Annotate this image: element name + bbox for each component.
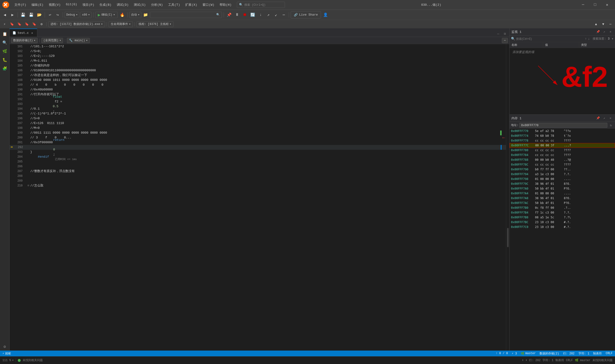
redo-button[interactable]: ↪: [54, 12, 61, 18]
sidebar-icon-3[interactable]: 🌿: [1, 48, 9, 55]
menu-tools[interactable]: 工具(T): [166, 2, 182, 8]
bottom-char-pos[interactable]: 字符: 1: [542, 358, 553, 362]
auto-dropdown[interactable]: 自动 ▾: [129, 12, 141, 18]
back-button[interactable]: ◀: [1, 12, 8, 18]
forward-button[interactable]: ▶: [9, 12, 16, 18]
thread-dropdown[interactable]: 线程: [8376] 主线程 ▾: [137, 21, 173, 27]
menu-help[interactable]: 帮助(H): [217, 2, 234, 8]
tab-close-button[interactable]: ✕: [30, 31, 34, 35]
toolbar-search[interactable]: 🔍: [150, 12, 222, 18]
depth-dropdown-icon[interactable]: ▾: [612, 37, 614, 41]
debug-tb-btn4[interactable]: 🔖: [24, 21, 30, 27]
toolbar-search-input[interactable]: [152, 13, 216, 16]
debug-tb-btn5[interactable]: 🔖: [31, 21, 38, 27]
watch-pin-button[interactable]: 📌: [595, 29, 601, 35]
menu-test[interactable]: 测试(S): [131, 2, 148, 8]
step-over-button[interactable]: ↓: [257, 12, 264, 18]
status-process[interactable]: 数据的存储(2): [540, 351, 559, 356]
editor-scrollbar[interactable]: [506, 44, 509, 351]
watch-search-input[interactable]: [516, 37, 584, 40]
undo-button[interactable]: ↩: [47, 12, 53, 18]
function-scope-dropdown[interactable]: 数据的存储(2) ▾: [11, 38, 38, 43]
watch-float-button[interactable]: ↗: [601, 29, 607, 35]
menu-extensions[interactable]: 扩展(X): [183, 2, 199, 8]
debug-restart-button[interactable]: 🔄: [249, 12, 256, 18]
tab-test-c[interactable]: 📄 test.c ✕: [10, 28, 37, 37]
bottom-arrows[interactable]: ⬆ ⬇: [522, 359, 527, 362]
watch-close-button[interactable]: ✕: [608, 29, 613, 35]
tab-action-btn1[interactable]: ↔: [495, 31, 501, 37]
close-button[interactable]: ✕: [601, 1, 613, 9]
debug-tb-btn2[interactable]: 🔖: [9, 21, 15, 27]
memory-content[interactable]: 0x00FFF7705e ef a2 78^??x0x00FFF77474 60…: [509, 129, 615, 351]
bottom-line-pos[interactable]: 行: 202: [529, 358, 541, 362]
code-editor[interactable]: 181 //101.1---1011*2^2 182 //S=0; 183 //…: [10, 44, 506, 351]
toolbar-btn-folder[interactable]: 📁: [142, 12, 149, 18]
status-errors[interactable]: ↑ 0 / 0: [496, 352, 508, 355]
menu-git[interactable]: Git(G): [63, 2, 80, 8]
menu-view[interactable]: 视图(V): [46, 2, 63, 8]
live-share-button[interactable]: 🔗 Live Share: [291, 11, 321, 18]
sidebar-icon-2[interactable]: 🔍: [1, 39, 9, 47]
hot-reload-button[interactable]: 🔥: [119, 12, 126, 18]
process-dropdown[interactable]: 进程: [13172] 数据的存储(2).exe ▾: [48, 21, 105, 27]
memory-float-button[interactable]: ↗: [601, 116, 607, 121]
menu-build[interactable]: 生成(B): [97, 2, 114, 8]
status-encoding[interactable]: 制表符: [593, 351, 602, 356]
lifecycle-event-dropdown[interactable]: 生命周期事件 ▾: [109, 21, 133, 27]
minimize-button[interactable]: ─: [577, 1, 588, 9]
search-box[interactable]: 🔍 搜索 (Ctrl+Q): [237, 2, 285, 8]
menu-file[interactable]: 文件(F): [12, 2, 28, 8]
step-out-button[interactable]: ↙: [273, 12, 279, 18]
more-debug-button[interactable]: ⋯: [280, 12, 287, 18]
debug-stack-down[interactable]: ▼: [600, 21, 606, 27]
open-button[interactable]: 📂: [36, 12, 43, 18]
memory-close-button[interactable]: ✕: [608, 116, 613, 121]
refresh-button[interactable]: ↻: [608, 123, 614, 128]
debug-mode-dropdown[interactable]: Debug ▾: [65, 12, 79, 18]
save-button[interactable]: 💾: [28, 12, 35, 18]
menu-project[interactable]: 项目(P): [80, 2, 96, 8]
sidebar-icon-4[interactable]: 🐛: [1, 56, 9, 64]
watch-add-hint[interactable]: 添加要监视的项: [509, 48, 615, 56]
arrow-up-icon[interactable]: ↑: [585, 37, 587, 41]
status-char[interactable]: 字符: 1: [578, 351, 589, 356]
debug-stop-button[interactable]: ⏹: [241, 12, 248, 18]
arrow-down-icon[interactable]: ↓: [588, 37, 590, 41]
user-icon[interactable]: 👤: [322, 12, 329, 18]
global-scope-dropdown[interactable]: (全局范围) ▾: [41, 38, 63, 43]
bottom-line-ending[interactable]: CRLF: [566, 359, 573, 362]
bottom-process[interactable]: 未找到相关问题: [592, 358, 613, 362]
save-all-button[interactable]: 💾: [19, 12, 27, 18]
sidebar-icon-settings[interactable]: ⚙: [1, 343, 9, 351]
more-options-button[interactable]: ⋯: [502, 38, 508, 43]
debug-stack-up[interactable]: ▲: [593, 21, 599, 27]
step-in-button[interactable]: ↗: [265, 12, 272, 18]
zoom-level[interactable]: 111 % ▾: [2, 359, 14, 362]
menu-window[interactable]: 窗口(W): [200, 2, 217, 8]
memory-pin-button[interactable]: 📌: [595, 116, 601, 121]
status-connection[interactable]: ⚡ 就绪: [2, 351, 11, 356]
sidebar-icon-5[interactable]: 🧩: [1, 65, 9, 72]
func-name-dropdown[interactable]: 🔧 main() ▾: [67, 38, 90, 43]
sidebar-icon-1[interactable]: 📋: [1, 30, 9, 38]
menu-edit[interactable]: 编辑(E): [29, 2, 46, 8]
debug-more[interactable]: ⋯: [607, 21, 614, 27]
arch-dropdown[interactable]: x86 ▾: [80, 12, 92, 18]
debug-tb-btn1[interactable]: ⚡: [1, 21, 8, 27]
bottom-tab-type[interactable]: 制表符: [555, 358, 564, 362]
menu-analyze[interactable]: 分析(N): [149, 2, 165, 8]
tab-action-btn2[interactable]: ⊡: [502, 31, 508, 37]
debug-pin-button[interactable]: 📌: [226, 12, 233, 18]
debug-tb-btn3[interactable]: 🔖: [16, 21, 23, 27]
status-line[interactable]: 行: 202: [563, 351, 575, 356]
address-input[interactable]: [519, 123, 607, 128]
status-line-ending[interactable]: CRLF: [606, 352, 613, 355]
status-branch[interactable]: 🌿 master: [521, 352, 536, 355]
continue-button[interactable]: ▶ 继续(C) ▾: [95, 12, 118, 18]
status-warnings[interactable]: ⚡ 3: [512, 352, 517, 355]
bottom-git-icon[interactable]: 🌿 master: [575, 359, 590, 362]
scroll-thumb[interactable]: [507, 228, 509, 247]
debug-pause-button[interactable]: ⏸: [234, 12, 240, 18]
debug-tb-btn6[interactable]: ⚙: [39, 21, 45, 27]
